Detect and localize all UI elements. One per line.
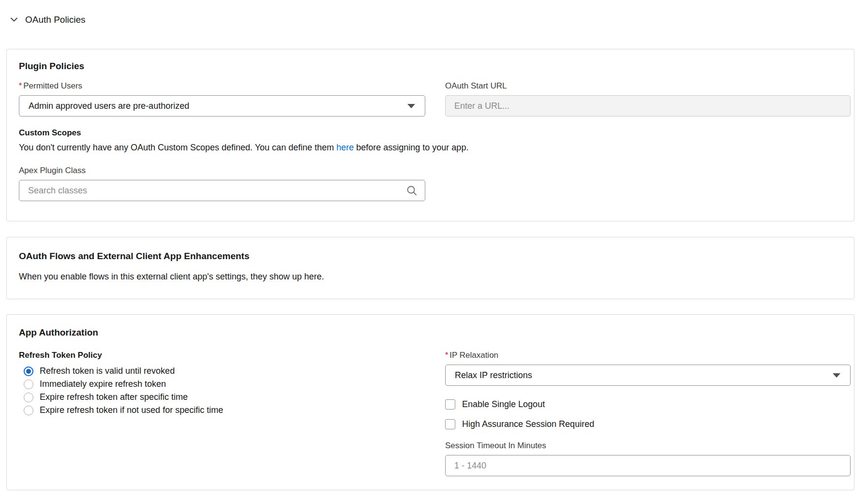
radio-unselected-icon — [24, 380, 33, 389]
oauth-flows-description: When you enable flows in this external c… — [19, 272, 842, 282]
define-scopes-link[interactable]: here — [336, 143, 354, 152]
checkbox-unchecked-icon — [445, 399, 455, 410]
session-timeout-label: Session Timeout In Minutes — [445, 441, 851, 451]
required-asterisk: * — [19, 82, 22, 90]
oauth-flows-card: OAuth Flows and External Client App Enha… — [6, 237, 854, 299]
refresh-token-policy-label: Refresh Token Policy — [19, 351, 425, 360]
section-title: OAuth Policies — [25, 15, 86, 25]
app-authorization-card: App Authorization Refresh Token Policy R… — [6, 314, 854, 490]
required-asterisk: * — [445, 351, 448, 360]
high-assurance-session-checkbox[interactable]: High Assurance Session Required — [445, 418, 851, 430]
checkbox-unchecked-icon — [445, 419, 455, 429]
radio-unselected-icon — [24, 406, 33, 415]
radio-unselected-icon — [24, 393, 33, 402]
app-authorization-title: App Authorization — [19, 327, 854, 338]
oauth-policies-section-toggle[interactable]: OAuth Policies — [10, 15, 868, 25]
radio-selected-icon — [24, 366, 33, 376]
apex-plugin-class-search-input[interactable] — [19, 180, 425, 201]
oauth-start-url-label: OAuth Start URL — [445, 81, 851, 91]
search-icon — [406, 185, 418, 196]
refresh-token-policy-radio-group: Refresh token is valid until revoked Imm… — [19, 365, 425, 417]
apex-plugin-class-label: Apex Plugin Class — [19, 166, 425, 176]
plugin-policies-card: Plugin Policies * Permitted Users Admin … — [6, 49, 854, 221]
custom-scopes-text: You don't currently have any OAuth Custo… — [19, 142, 854, 153]
enable-single-logout-checkbox[interactable]: Enable Single Logout — [445, 398, 851, 410]
ip-relaxation-value: Relax IP restrictions — [455, 370, 833, 381]
radio-immediately-expire[interactable]: Immediately expire refresh token — [19, 378, 425, 391]
chevron-down-icon — [833, 373, 840, 378]
radio-expire-after-time[interactable]: Expire refresh token after specific time — [19, 391, 425, 404]
ip-relaxation-label: * IP Relaxation — [445, 351, 851, 360]
chevron-down-icon — [407, 104, 415, 108]
plugin-policies-title: Plugin Policies — [19, 61, 854, 72]
permitted-users-select[interactable]: Admin approved users are pre-authorized — [19, 95, 425, 117]
permitted-users-label: * Permitted Users — [19, 81, 425, 91]
oauth-start-url-input[interactable] — [445, 95, 851, 117]
radio-refresh-valid-until-revoked[interactable]: Refresh token is valid until revoked — [19, 365, 425, 378]
radio-expire-if-not-used[interactable]: Expire refresh token if not used for spe… — [19, 404, 425, 417]
chevron-down-icon — [10, 15, 18, 24]
permitted-users-value: Admin approved users are pre-authorized — [29, 101, 407, 111]
custom-scopes-label: Custom Scopes — [19, 128, 854, 138]
oauth-flows-title: OAuth Flows and External Client App Enha… — [19, 251, 842, 262]
ip-relaxation-select[interactable]: Relax IP restrictions — [445, 365, 851, 386]
session-timeout-input[interactable] — [445, 455, 851, 476]
